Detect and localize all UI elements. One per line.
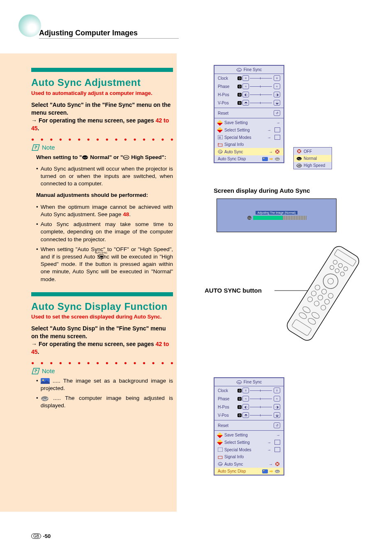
menu-row-save: Save Setting→ — [214, 119, 284, 126]
menu-row-special: Special Modes→ — [214, 446, 284, 453]
menu-row-clock: Clock0≡≡ — [214, 386, 284, 395]
menu-row-vpos: V-Pos0◓◒ — [214, 411, 284, 419]
fine-sync-icon — [236, 68, 242, 72]
highspeed-mode-icon — [123, 155, 129, 160]
svg-point-0 — [82, 155, 88, 159]
section1-heading: Auto Sync Adjustment — [31, 77, 173, 88]
off-icon — [274, 149, 280, 154]
menu-row-clock: Clock0≡≡ — [214, 74, 284, 82]
section2-subhead: Used to set the screen displayed during … — [31, 314, 173, 320]
svg-rect-47 — [218, 456, 222, 459]
menu-row-save: Save Setting→ — [214, 432, 284, 439]
disp-wave-icon — [274, 469, 280, 473]
page-title: Adjusting Computer Images — [39, 29, 179, 39]
svg-point-5 — [42, 379, 44, 381]
svg-rect-3 — [100, 256, 103, 257]
note1-bullet1: •Auto Sync adjustment will occur when th… — [36, 165, 173, 188]
link-page-48[interactable]: 48 — [123, 211, 129, 217]
svg-text:⊞: ⊞ — [219, 136, 221, 139]
svg-point-17 — [297, 157, 302, 160]
autosync-icon — [218, 150, 223, 154]
menu-row-select: Select Setting→ — [214, 126, 284, 134]
svg-point-45 — [237, 381, 242, 384]
autosync-screen-preview: Adjusting The Image (Normal) — [217, 199, 337, 232]
menu-row-signal: Signal Info — [214, 141, 284, 148]
popup-highspeed: High Speed — [294, 162, 332, 169]
svg-point-14 — [263, 157, 265, 159]
menu-row-reset: Reset↺ — [214, 421, 284, 429]
dotted-rule: ● ● ● ● ● ● ● ● ● ● ● ● ● ● ● ● ● ● ● ● … — [31, 360, 173, 366]
menu-row-reset: Reset↺ — [214, 109, 284, 117]
disp-wave-icon — [274, 157, 280, 161]
dotted-rule: ● ● ● ● ● ● ● ● ● ● ● ● ● ● ● ● ● ● ● ● … — [31, 136, 173, 142]
normal-mode-icon — [296, 157, 302, 161]
note2-item1: • ..... The image set as a background im… — [36, 377, 173, 392]
note1-bullet3: •Auto Sync adjustment may take some time… — [36, 221, 173, 243]
normal-mode-icon — [82, 155, 88, 160]
note1-heading2: Manual adjustments should be performed: — [36, 192, 173, 199]
svg-point-7 — [237, 68, 242, 72]
caption-autosync-button: AUTO SYNC button — [205, 287, 262, 294]
svg-rect-13 — [262, 157, 268, 161]
autosync-options-popup: OFF Normal High Speed — [293, 147, 332, 169]
menu-row-hpos: H-Pos0◐◑ — [214, 403, 284, 411]
svg-point-15 — [275, 157, 280, 161]
signal-info-icon — [218, 455, 223, 459]
section2-intro: Select "Auto Sync Disp" in the "Fine Syn… — [31, 325, 173, 356]
svg-point-52 — [275, 470, 280, 473]
svg-rect-50 — [262, 469, 268, 473]
menu-row-special: ⊞Special Modes→ — [214, 134, 284, 141]
header-accent-dot — [18, 14, 41, 37]
menu-row-autosync-highlighted: Auto Sync→ — [214, 148, 284, 155]
note1-bullet4: • When setting "Auto Sync" to "OFF" or "… — [36, 246, 173, 283]
note-icon — [31, 367, 40, 375]
menu-row-autosyncdisp: Auto Sync Disp⇨ — [214, 155, 284, 162]
disp-bg-icon — [262, 157, 268, 161]
section1-subhead: Used to automatically adjust a computer … — [31, 90, 173, 96]
note1-heading: When setting to " Normal" or " High Spee… — [36, 154, 173, 161]
menu-row-select: Select Setting→ — [214, 439, 284, 446]
note1-bullet2: •When the optimum image cannot be achiev… — [36, 203, 173, 218]
adjusting-label: Adjusting The Image (Normal) — [256, 211, 297, 215]
note-label: Note — [42, 367, 55, 374]
autosync-button-icon — [98, 254, 105, 259]
fine-sync-icon — [236, 380, 242, 384]
background-image-icon — [41, 378, 50, 384]
section-divider — [31, 68, 173, 72]
computer-image-icon — [41, 396, 49, 402]
popup-off: OFF — [294, 148, 332, 155]
menu-row-phase: Phase0≈≈ — [214, 82, 284, 90]
off-icon — [274, 462, 280, 466]
autosync-icon — [218, 462, 223, 466]
menu-row-hpos: H-Pos0◐◑ — [214, 90, 284, 99]
svg-rect-46 — [218, 448, 223, 452]
signal-info-icon — [218, 143, 223, 147]
special-modes-icon — [218, 448, 223, 452]
menu-row-signal: Signal Info — [214, 453, 284, 460]
disp-bg-icon — [262, 469, 268, 473]
off-icon — [296, 149, 302, 154]
svg-rect-10 — [218, 144, 222, 146]
svg-point-51 — [263, 470, 265, 471]
menu-row-autosync: Auto Sync→ — [214, 460, 284, 468]
note-icon — [31, 144, 40, 151]
menu-row-vpos: V-Pos0◓◒ — [214, 99, 284, 107]
fine-sync-menu-top: Fine Sync Clock0≡≡ Phase0≈≈ H-Pos0◐◑ V-P… — [214, 65, 284, 163]
remote-control-illustration — [286, 240, 360, 355]
note-label: Note — [42, 144, 55, 151]
section1-intro: Select "Auto Sync" in the "Fine Sync" me… — [31, 101, 173, 132]
svg-point-6 — [41, 396, 48, 401]
popup-normal-selected: Normal — [294, 155, 332, 162]
menu-row-autosyncdisp-highlighted: Auto Sync Disp⇨ — [214, 468, 284, 475]
section2-heading: Auto Sync Display Function — [31, 301, 173, 312]
section-divider — [31, 292, 173, 296]
caption-screen-display: Screen display during Auto Sync — [214, 187, 310, 194]
note2-item2: • ..... The computer image being adjuste… — [36, 395, 173, 409]
fine-sync-menu-bottom: Fine Sync Clock0≡≡ Phase0≈≈ H-Pos0◐◑ V-P… — [214, 377, 284, 476]
menu-row-phase: Phase0≈≈ — [214, 395, 284, 403]
progress-icon — [247, 215, 252, 220]
page-number: GB-50 — [31, 533, 51, 539]
highspeed-mode-icon — [296, 164, 302, 168]
special-modes-icon: ⊞ — [218, 135, 223, 139]
